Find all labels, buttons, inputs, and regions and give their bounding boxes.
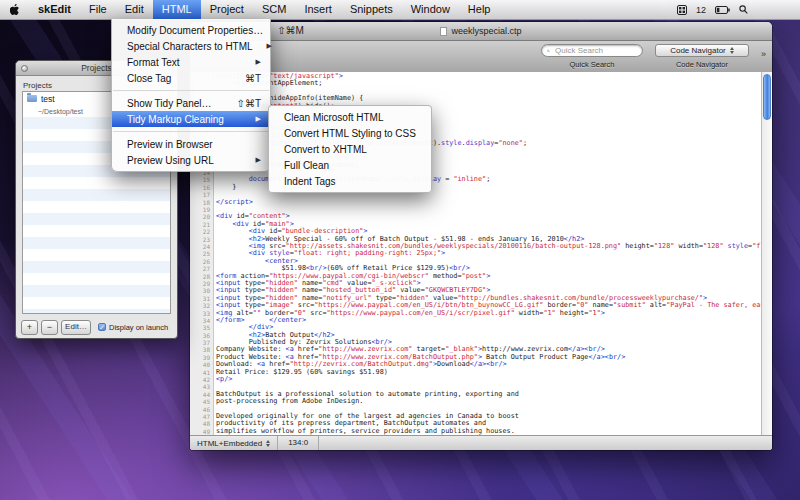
spotlight-icon[interactable] bbox=[739, 5, 748, 14]
line-number: 29 bbox=[190, 280, 210, 287]
line-number: 43 bbox=[190, 383, 210, 390]
menu-item-preview-in-browser[interactable]: Preview in Browser bbox=[112, 136, 270, 152]
menu-window[interactable]: Window bbox=[402, 0, 459, 19]
menu-edit[interactable]: Edit bbox=[116, 0, 153, 19]
menu-item-label: Close Tag bbox=[127, 73, 171, 84]
menu-item-modify-document-properties[interactable]: Modify Document Properties…⇧⌘M bbox=[112, 22, 270, 38]
display-on-launch-checkbox[interactable]: ✓ Display on launch bbox=[98, 323, 168, 332]
projects-footer: + − Edit… ✓ Display on launch bbox=[16, 316, 177, 338]
checkbox-checked-icon: ✓ bbox=[98, 323, 106, 331]
line-number: 19 bbox=[190, 206, 210, 213]
menu-item-label: Preview Using URL bbox=[127, 155, 214, 166]
cursor-position: 134:0 bbox=[278, 436, 319, 450]
chevron-right-icon: ▶ bbox=[253, 42, 272, 50]
tidy-markup-cleaning-submenu: Clean Microsoft HTMLConvert HTML Styling… bbox=[268, 105, 432, 193]
code-line: </form> </center> bbox=[216, 317, 772, 324]
remove-project-button[interactable]: − bbox=[41, 320, 58, 335]
window-statusbar: HTML+Embedded 134:0 bbox=[190, 435, 772, 450]
menu-html[interactable]: HTML bbox=[153, 0, 201, 19]
menu-item-tidy-markup-cleaning[interactable]: Tidy Markup Cleaning▶ bbox=[112, 111, 270, 127]
line-number: 24 bbox=[190, 243, 210, 250]
line-number: 39 bbox=[190, 354, 210, 361]
popup-arrows-icon bbox=[266, 440, 270, 447]
html-dropdown-menu: Modify Document Properties…⇧⌘MSpecial Ch… bbox=[111, 19, 271, 172]
search-input[interactable] bbox=[553, 45, 637, 56]
project-name: test bbox=[41, 94, 55, 104]
quick-search-field[interactable] bbox=[541, 44, 643, 57]
menu-help[interactable]: Help bbox=[459, 0, 500, 19]
submenu-item-convert-to-xhtml[interactable]: Convert to XHTML bbox=[269, 141, 431, 157]
line-number: 18 bbox=[190, 199, 210, 206]
input-menu-icon[interactable] bbox=[677, 5, 687, 15]
projects-title: Projects bbox=[81, 63, 112, 73]
submenu-item-clean-microsoft-html[interactable]: Clean Microsoft HTML bbox=[269, 109, 431, 125]
submenu-item-convert-html-styling-to-css[interactable]: Convert HTML Styling to CSS bbox=[269, 125, 431, 141]
window-toolbar: Quick Search Code Navigator Code Navigat… bbox=[190, 41, 772, 73]
line-number: 41 bbox=[190, 369, 210, 376]
menu-separator bbox=[113, 131, 269, 132]
line-number: 45 bbox=[190, 398, 210, 405]
edit-project-button[interactable]: Edit… bbox=[61, 320, 91, 335]
code-line: <div style="float: right; padding-right:… bbox=[216, 250, 772, 257]
line-number: 34 bbox=[190, 317, 210, 324]
submenu-item-full-clean[interactable]: Full Clean bbox=[269, 157, 431, 173]
code-navigator-label: Code Navigator bbox=[676, 60, 728, 69]
chevron-right-icon: ▶ bbox=[242, 115, 261, 123]
line-number: 17 bbox=[190, 191, 210, 198]
line-number: 30 bbox=[190, 287, 210, 294]
code-navigator-toolbar-item: Code Navigator Code Navigator bbox=[655, 44, 749, 69]
add-project-button[interactable]: + bbox=[21, 320, 38, 335]
menu-bar-menus: FileEditHTMLProjectSCMInsertSnippetsWind… bbox=[80, 0, 499, 19]
scrollbar-thumb[interactable] bbox=[763, 74, 771, 120]
code-navigator-button-label: Code Navigator bbox=[670, 46, 726, 55]
app-menu-skedit[interactable]: skEdit bbox=[29, 0, 80, 19]
line-number: 38 bbox=[190, 346, 210, 353]
code-line: <p/> bbox=[216, 376, 772, 383]
line-number: 37 bbox=[190, 339, 210, 346]
battery-icon[interactable] bbox=[715, 6, 730, 14]
submenu-item-indent-tags[interactable]: Indent Tags bbox=[269, 173, 431, 189]
toolbar-overflow-icon[interactable]: » bbox=[761, 49, 766, 59]
project-path: ~/Desktop/test bbox=[38, 108, 83, 115]
menu-item-close-tag[interactable]: Close Tag⌘T bbox=[112, 70, 270, 86]
menu-item-label: Preview in Browser bbox=[127, 139, 213, 150]
code-line: var currentAppElement; bbox=[216, 80, 772, 87]
line-number: 33 bbox=[190, 310, 210, 317]
menu-bar: skEdit FileEditHTMLProjectSCMInsertSnipp… bbox=[0, 0, 800, 20]
menu-snippets[interactable]: Snippets bbox=[341, 0, 402, 19]
line-number: 26 bbox=[190, 258, 210, 265]
language-mode-popup[interactable]: HTML+Embedded bbox=[190, 436, 278, 450]
quick-search-toolbar-item: Quick Search bbox=[541, 44, 643, 69]
chevron-right-icon: ▶ bbox=[242, 156, 261, 164]
menu-file[interactable]: File bbox=[80, 0, 116, 19]
menu-item-label: Tidy Markup Cleaning bbox=[127, 114, 224, 125]
menu-item-format-text[interactable]: Format Text▶ bbox=[112, 54, 270, 70]
menu-item-show-tidy-panel[interactable]: Show Tidy Panel…⇧⌘T bbox=[112, 95, 270, 111]
menu-item-preview-using-url[interactable]: Preview Using URL▶ bbox=[112, 152, 270, 168]
folder-icon bbox=[27, 95, 37, 102]
menu-item-label: Special Characters to HTML bbox=[127, 41, 253, 52]
line-number: 27 bbox=[190, 265, 210, 272]
apple-icon bbox=[10, 4, 20, 16]
line-number: 23 bbox=[190, 236, 210, 243]
line-number: 48 bbox=[190, 420, 210, 427]
menu-item-special-characters-to-html[interactable]: Special Characters to HTML▶ bbox=[112, 38, 270, 54]
close-button[interactable] bbox=[21, 65, 28, 72]
menu-project[interactable]: Project bbox=[201, 0, 253, 19]
line-number: 21 bbox=[190, 221, 210, 228]
line-number: 36 bbox=[190, 332, 210, 339]
line-number: 46 bbox=[190, 406, 210, 413]
code-navigator-button[interactable]: Code Navigator bbox=[655, 44, 749, 57]
chevron-right-icon: ▶ bbox=[242, 58, 261, 66]
language-mode-label: HTML+Embedded bbox=[197, 439, 262, 448]
line-number: 32 bbox=[190, 302, 210, 309]
menu-insert[interactable]: Insert bbox=[295, 0, 341, 19]
vertical-scrollbar[interactable] bbox=[761, 72, 772, 436]
menu-separator bbox=[113, 90, 269, 91]
menu-item-label: Format Text bbox=[127, 57, 180, 68]
code-line bbox=[216, 206, 772, 213]
apple-menu[interactable] bbox=[0, 4, 29, 16]
menu-scm[interactable]: SCM bbox=[253, 0, 295, 19]
code-line: Retail Price: $129.95 (60% savings $51.9… bbox=[216, 369, 772, 376]
line-number: 25 bbox=[190, 250, 210, 257]
